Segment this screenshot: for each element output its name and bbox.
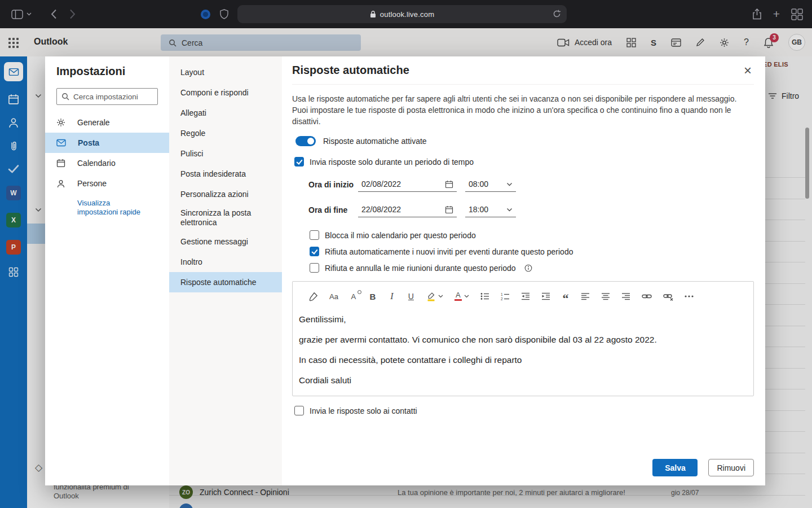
unlink-icon[interactable] (663, 291, 673, 301)
decline-invites-label: Rifiuta automaticamente i nuovi inviti p… (325, 247, 573, 256)
message-line: Cordiali saluti (299, 374, 747, 386)
end-row: Ora di fine 22/08/2022 18:00 (308, 202, 754, 217)
decline-invites-checkbox[interactable] (310, 247, 319, 256)
start-time-field[interactable]: 08:00 (465, 177, 516, 192)
period-checkbox[interactable] (294, 157, 304, 167)
underline-icon[interactable]: U (407, 291, 415, 301)
block-calendar-checkbox[interactable] (310, 230, 319, 240)
chevron-down-icon[interactable] (438, 295, 443, 298)
share-icon[interactable] (752, 8, 762, 20)
settings-nav-calendario[interactable]: Calendario (45, 153, 169, 173)
auto-replies-panel: Risposte automatiche × Usa le risposte a… (282, 56, 765, 485)
message-line: In caso di necessità, potete contattare … (299, 354, 747, 366)
start-date-field[interactable]: 02/08/2022 (358, 177, 457, 192)
category-posta-indesiderata[interactable]: Posta indesiderata (169, 164, 282, 184)
chevron-down-icon[interactable] (464, 295, 469, 298)
lock-icon (370, 10, 376, 18)
highlight-control[interactable] (426, 291, 443, 301)
highlight-icon[interactable] (426, 291, 436, 301)
settings-title: Impostazioni (56, 65, 169, 78)
start-label: Ora di inizio (308, 180, 358, 189)
new-tab-icon[interactable]: + (773, 8, 780, 20)
quote-icon[interactable]: “ (562, 294, 570, 304)
settings-nav-generale[interactable]: Generale (45, 112, 169, 133)
bullet-list-icon[interactable] (480, 291, 489, 301)
tab-overview-icon[interactable] (791, 8, 803, 20)
address-bar[interactable]: outlook.live.com (237, 5, 567, 23)
auto-replies-toggle-row: Risposte automatiche attivate (295, 136, 754, 146)
align-left-icon[interactable] (581, 291, 590, 301)
reply-message-body[interactable]: Gentilissimi, grazie per avermi contatta… (293, 309, 753, 396)
save-button[interactable]: Salva (652, 459, 698, 476)
extension-icon[interactable] (200, 9, 211, 20)
category-regole[interactable]: Regole (169, 123, 282, 143)
info-icon (524, 264, 532, 272)
close-icon[interactable]: × (742, 65, 754, 76)
font-name-icon[interactable]: Aa (329, 291, 338, 301)
font-size-icon[interactable]: A (350, 291, 358, 301)
category-inoltro[interactable]: Inoltro (169, 252, 282, 272)
indent-icon[interactable] (541, 291, 550, 301)
reload-icon[interactable] (553, 10, 561, 18)
cancel-meetings-checkbox[interactable] (310, 263, 319, 273)
browser-nav-controls (11, 0, 76, 28)
nav-label: Generale (77, 118, 110, 127)
settings-dialog: Impostazioni Generale Po (45, 56, 765, 485)
end-time-value: 18:00 (469, 205, 488, 214)
category-sincronizza-posta[interactable]: Sincronizza la posta elettronica (169, 204, 282, 231)
toggle-label: Risposte automatiche attivate (323, 137, 427, 146)
category-gestione-messaggi[interactable]: Gestione messaggi (169, 231, 282, 252)
font-color-icon[interactable]: A (454, 292, 462, 301)
contacts-only-checkbox[interactable] (294, 406, 304, 415)
chevron-down-icon[interactable] (506, 208, 513, 212)
outdent-icon[interactable] (521, 291, 530, 301)
message-line: grazie per avermi contattato. Vi comunic… (299, 334, 747, 345)
font-color-control[interactable]: A (454, 292, 469, 301)
message-line: Gentilissimi, (299, 313, 747, 325)
chevron-down-icon[interactable] (506, 182, 513, 186)
category-personalizza-azioni[interactable]: Personalizza azioni (169, 184, 282, 204)
start-row: Ora di inizio 02/08/2022 08:00 (308, 177, 754, 192)
settings-search[interactable] (56, 88, 158, 105)
align-center-icon[interactable] (601, 291, 610, 301)
numbered-list-icon[interactable]: 12 (501, 291, 510, 301)
end-label: Ora di fine (308, 205, 358, 214)
bold-icon[interactable]: B (369, 291, 377, 301)
contacts-only-row: Invia le risposte solo ai contatti (294, 406, 754, 415)
nav-label: Posta (78, 138, 99, 147)
panel-header: Risposte automatiche × (292, 64, 754, 85)
sidebar-chevron-icon[interactable] (27, 12, 32, 16)
back-icon[interactable] (51, 9, 57, 19)
calendar-icon[interactable] (445, 180, 453, 189)
category-pulisci[interactable]: Pulisci (169, 143, 282, 164)
remove-button[interactable]: Rimuovi (708, 459, 754, 476)
more-options-icon[interactable] (685, 291, 694, 301)
auto-replies-toggle[interactable] (295, 136, 316, 146)
category-layout[interactable]: Layout (169, 62, 282, 82)
browser-window-controls: + (752, 0, 803, 28)
end-date-field[interactable]: 22/08/2022 (358, 202, 457, 217)
forward-icon[interactable] (69, 9, 76, 19)
category-componi-e-rispondi[interactable]: Componi e rispondi (169, 82, 282, 103)
category-allegati[interactable]: Allegati (169, 103, 282, 123)
align-right-icon[interactable] (621, 291, 630, 301)
contacts-only-label: Invia le risposte solo ai contatti (310, 406, 417, 415)
italic-icon[interactable]: I (388, 291, 396, 301)
block-calendar-row: Blocca il mio calendario per questo peri… (310, 230, 754, 240)
sidebar-toggle-icon[interactable] (11, 10, 23, 19)
settings-nav-persone[interactable]: Persone (45, 173, 169, 194)
privacy-shield-icon[interactable] (220, 9, 228, 19)
format-painter-icon[interactable] (308, 291, 318, 301)
settings-nav-posta[interactable]: Posta (45, 133, 169, 153)
start-time-value: 08:00 (469, 179, 488, 189)
settings-nav: Impostazioni Generale Po (45, 56, 169, 485)
calendar-icon[interactable] (445, 205, 453, 214)
panel-description: Usa le risposte automatiche per far sape… (292, 93, 754, 127)
category-risposte-automatiche[interactable]: Risposte automatiche (169, 272, 282, 292)
settings-search-input[interactable] (73, 93, 153, 101)
link-icon[interactable] (642, 291, 652, 301)
end-time-field[interactable]: 18:00 (465, 202, 516, 217)
browser-chrome: outlook.live.com + (0, 0, 812, 28)
nav-label: Persone (77, 179, 107, 188)
quick-settings-link[interactable]: Visualizza impostazioni rapide (77, 199, 152, 217)
